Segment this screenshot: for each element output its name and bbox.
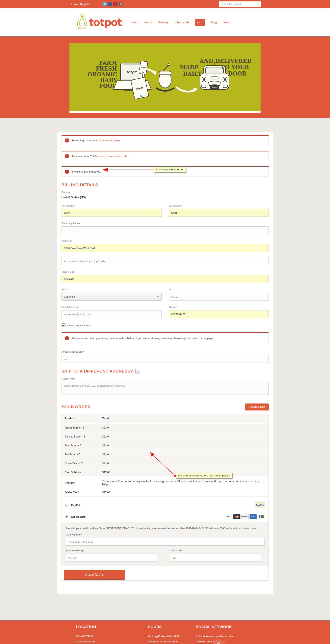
card-number-input[interactable]: [66, 538, 265, 546]
country-label: Country: [61, 191, 269, 194]
product-name: Green Bean: [65, 462, 78, 465]
order-total-value: $47.00: [99, 488, 269, 497]
account-password-input[interactable]: [61, 355, 269, 363]
first-name-label: First Name: [61, 204, 74, 207]
product-qty: 2: [81, 462, 83, 465]
hero-section: FARM FRESH ORGANIC BABY FOOD totpot totp…: [0, 36, 330, 118]
info-icon: i: [65, 154, 69, 158]
nav-blog[interactable]: blog: [211, 20, 217, 24]
totpot-logo[interactable]: totpot: [76, 13, 122, 32]
create-account-info-notice: i Create an account by entering the info…: [61, 332, 269, 344]
product-total: $9.40: [99, 423, 269, 432]
phone-input[interactable]: [169, 310, 269, 318]
times-sign: ×: [78, 444, 79, 447]
login-register-link[interactable]: Login / Register: [71, 2, 90, 6]
product-qty: 2: [79, 453, 81, 456]
instagram-icon[interactable]: [119, 2, 123, 6]
order-notes-textarea[interactable]: [61, 382, 269, 395]
phone-label: Phone: [169, 306, 176, 309]
company-input[interactable]: [61, 226, 269, 234]
table-row: Green Bean × 2 $9.40: [61, 459, 269, 468]
create-account-row: Create an account?: [61, 324, 269, 327]
address-group: Address*: [61, 240, 269, 252]
table-row: Pear Puree × 2 $9.40: [61, 441, 269, 450]
email-group: Email Address*: [61, 306, 162, 318]
subtotal-label: Cart Subtotal: [61, 468, 99, 477]
order-total-label: Order Total: [61, 488, 99, 497]
coupon-link[interactable]: Click here to enter your code: [93, 155, 127, 158]
visa-text: VISA: [226, 516, 231, 518]
product-total: $9.40: [99, 441, 269, 450]
city-input[interactable]: [61, 275, 269, 283]
city-label: Town / City: [61, 270, 74, 273]
annotation-cannot-place-order: i cannot place an order: [154, 166, 186, 172]
facebook-icon[interactable]: f: [108, 2, 112, 6]
ship-different-address-checkbox[interactable]: [135, 369, 140, 374]
discover-text: DISCOVER: [241, 516, 248, 518]
credit-card-radio[interactable]: [65, 515, 68, 518]
location-email[interactable]: info@totpot.com: [76, 639, 106, 644]
nav-links[interactable]: links: [223, 20, 229, 24]
hours-heading: HOURS: [148, 625, 179, 629]
main-area: i cannot place an order this error preve…: [0, 118, 330, 620]
address-input[interactable]: [61, 244, 269, 252]
required-mark: *: [78, 306, 79, 309]
nav-about[interactable]: about: [131, 20, 139, 24]
password-label: Account password: [61, 350, 83, 353]
nav-cart[interactable]: cart: [195, 19, 205, 26]
banner-bottom-border: [69, 111, 261, 113]
twitter-icon[interactable]: [102, 2, 107, 6]
returning-customer-notice: i Returning customer? Click here to logi…: [61, 135, 269, 145]
pinterest-icon[interactable]: p: [113, 2, 118, 6]
nav-delivery[interactable]: delivery: [158, 20, 168, 24]
email-field[interactable]: [61, 310, 162, 318]
credit-card-form-panel: Pay with your credit card via Stripe. TE…: [62, 522, 269, 566]
logo-wordmark: totpot: [89, 16, 122, 28]
address2-input[interactable]: [61, 257, 269, 265]
svg-text:TO YOUR: TO YOUR: [221, 64, 249, 70]
expiry-label: Expiry (MM/YY): [66, 549, 83, 552]
product-total: $9.40: [99, 432, 269, 441]
paypal-option-row[interactable]: PayPal PayPal: [62, 499, 269, 511]
product-name: Prunes Puree: [65, 426, 80, 429]
nav-totpot-club[interactable]: totpot club: [175, 20, 189, 24]
search-input[interactable]: [221, 3, 256, 6]
location-phone: 844-4TOTPOT: [76, 634, 106, 639]
zip-input[interactable]: [169, 292, 269, 300]
social-network-heading: SOCIAL NETWORK: [196, 625, 233, 629]
card-code-label: Card Code: [170, 549, 182, 552]
card-code-input[interactable]: [170, 554, 261, 562]
product-qty: 2: [83, 426, 84, 429]
hours-weekend: Saturday - Sunday: closed: [148, 639, 179, 644]
place-order-button[interactable]: Place Order: [64, 570, 125, 579]
cart-subtotal-row: Cart Subtotal $47.00: [61, 468, 269, 477]
product-total: $9.40: [99, 459, 269, 468]
nav-menu[interactable]: menu: [145, 20, 152, 24]
table-row: Banana Puree × 2 $9.40: [61, 432, 269, 441]
required-mark: *: [68, 288, 69, 291]
last-name-input[interactable]: [169, 209, 269, 217]
create-account-checkbox[interactable]: [61, 324, 65, 327]
product-name: Pear Puree: [65, 444, 77, 447]
info-icon: i: [65, 138, 69, 142]
required-mark: *: [81, 533, 82, 536]
email-label: Email Address: [61, 306, 78, 309]
checkout-card: i cannot place an order this error preve…: [57, 132, 273, 594]
card-code-group: Card Code*: [170, 549, 261, 562]
expiry-input[interactable]: [66, 554, 157, 562]
state-select[interactable]: California: [61, 292, 162, 300]
topbar-social-icons: f p: [102, 2, 123, 6]
search-icon[interactable]: [256, 2, 260, 6]
credit-card-option-row[interactable]: Credit card VISA DISCOVER AMEX: [62, 511, 269, 522]
first-name-input[interactable]: [61, 209, 162, 217]
site-footer: LOCATION 844-4TOTPOT info@totpot.com 143…: [0, 620, 330, 644]
paypal-radio[interactable]: [65, 504, 68, 507]
last-name-group: Last Name*: [169, 204, 269, 217]
your-order-heading: YOUR ORDER: [61, 404, 91, 409]
login-here-link[interactable]: Click here to login: [98, 139, 120, 142]
create-account-info-text: Create an account by entering the inform…: [72, 337, 214, 340]
update-order-button[interactable]: Update Order: [245, 404, 269, 410]
city-group: Town / City*: [61, 270, 269, 283]
paypal-badge-pal: Pal: [260, 504, 264, 507]
svg-text:AND DELIVERED: AND DELIVERED: [199, 58, 252, 64]
